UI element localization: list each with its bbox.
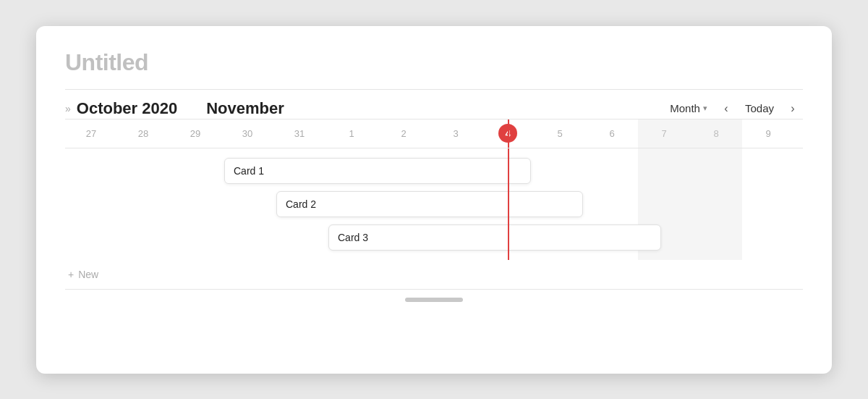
date-7: 7 bbox=[638, 119, 690, 148]
card-row-3: Card 3 bbox=[65, 221, 803, 254]
date-1: 1 bbox=[326, 119, 378, 148]
bottom-divider bbox=[65, 289, 803, 290]
card-3[interactable]: Card 3 bbox=[328, 224, 661, 251]
card-2[interactable]: Card 2 bbox=[276, 191, 583, 217]
date-5: 5 bbox=[534, 119, 586, 148]
view-mode-label: Month bbox=[670, 102, 700, 114]
card-row-2: Card 2 bbox=[65, 188, 803, 221]
date-3: 3 bbox=[430, 119, 482, 148]
next-month-label: November bbox=[206, 99, 284, 118]
new-row[interactable]: + New bbox=[65, 260, 803, 289]
card-3-label: Card 3 bbox=[338, 232, 368, 243]
date-row: 27 28 29 30 31 1 2 3 4 5 6 7 8 9 10 11 1… bbox=[65, 119, 803, 148]
toolbar-right: Month ▾ ‹ Today › bbox=[664, 98, 803, 119]
main-window: Untitled » October 2020 November Month ▾… bbox=[36, 26, 832, 374]
timeline-container: 27 28 29 30 31 1 2 3 4 5 6 7 8 9 10 11 1… bbox=[65, 119, 803, 289]
cards-today-line bbox=[508, 148, 509, 260]
today-line bbox=[508, 119, 509, 148]
date-29: 29 bbox=[169, 119, 221, 148]
scrollbar-area[interactable] bbox=[65, 293, 803, 307]
new-plus-icon: + bbox=[68, 269, 74, 280]
current-month-label: October 2020 bbox=[77, 99, 177, 118]
card-row-1: Card 1 bbox=[65, 154, 803, 188]
date-9: 9 bbox=[742, 119, 794, 148]
card-1[interactable]: Card 1 bbox=[224, 158, 531, 184]
toolbar: » October 2020 November Month ▾ ‹ Today … bbox=[65, 90, 803, 119]
today-button[interactable]: Today bbox=[739, 99, 780, 117]
chevron-down-icon: ▾ bbox=[703, 104, 707, 113]
collapse-arrows-icon[interactable]: » bbox=[65, 103, 71, 114]
date-31: 31 bbox=[273, 119, 326, 148]
date-8: 8 bbox=[690, 119, 742, 148]
date-2: 2 bbox=[378, 119, 430, 148]
date-28: 28 bbox=[117, 119, 169, 148]
date-30: 30 bbox=[221, 119, 273, 148]
nav-prev-button[interactable]: ‹ bbox=[716, 98, 736, 119]
cards-area: Card 1 Card 2 Card 3 bbox=[65, 148, 803, 260]
card-2-label: Card 2 bbox=[286, 198, 316, 210]
scrollbar-thumb[interactable] bbox=[405, 298, 463, 302]
view-mode-selector[interactable]: Month ▾ bbox=[664, 99, 713, 117]
nav-next-button[interactable]: › bbox=[783, 98, 803, 119]
card-1-label: Card 1 bbox=[234, 165, 264, 177]
page-title: Untitled bbox=[65, 49, 803, 76]
date-6: 6 bbox=[586, 119, 638, 148]
date-10: 10 bbox=[794, 119, 803, 148]
new-label: New bbox=[78, 269, 98, 280]
date-27: 27 bbox=[65, 119, 117, 148]
